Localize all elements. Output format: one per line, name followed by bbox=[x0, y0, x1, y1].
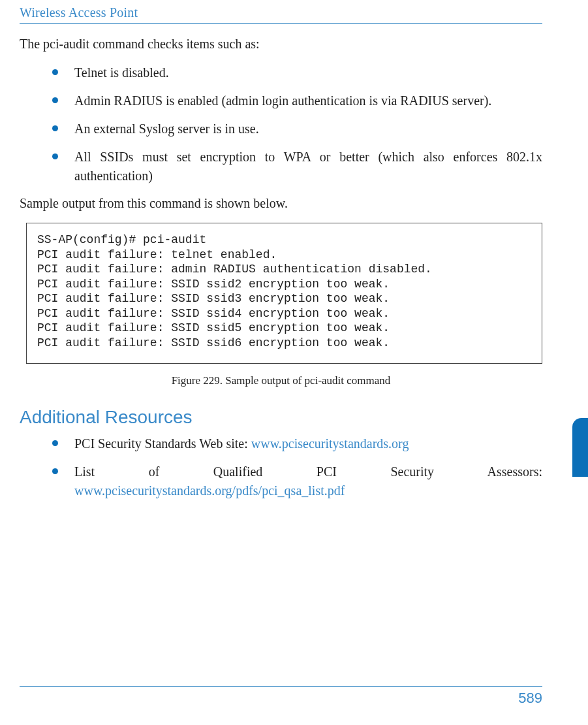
resource-link[interactable]: www.pcisecuritystandards.org/pdfs/pci_qs… bbox=[74, 483, 345, 498]
checks-item: An external Syslog server is in use. bbox=[52, 120, 542, 138]
page-footer: 589 bbox=[20, 686, 542, 707]
resource-link[interactable]: www.pcisecuritystandards.org bbox=[251, 436, 409, 451]
code-line: PCI audit failure: SSID ssid6 encryption… bbox=[37, 336, 390, 349]
header-rule bbox=[20, 23, 542, 24]
code-line: PCI audit failure: SSID ssid3 encryption… bbox=[37, 292, 390, 305]
checks-item: Telnet is disabled. bbox=[52, 63, 542, 82]
resource-prefix: PCI Security Standards Web site: bbox=[74, 436, 251, 451]
code-line: PCI audit failure: SSID ssid4 encryption… bbox=[37, 307, 390, 320]
code-line: PCI audit failure: telnet enabled. bbox=[37, 248, 277, 261]
intro-paragraph: The pci-audit command checks items such … bbox=[20, 35, 542, 53]
code-line: PCI audit failure: admin RADIUS authenti… bbox=[37, 263, 432, 276]
sample-intro: Sample output from this command is shown… bbox=[20, 195, 542, 212]
code-line: PCI audit failure: SSID ssid5 encryption… bbox=[37, 321, 390, 334]
resource-item: PCI Security Standards Web site: www.pci… bbox=[52, 434, 542, 453]
additional-resources-heading: Additional Resources bbox=[20, 407, 542, 428]
checks-item: All SSIDs must set encryption to WPA or … bbox=[52, 148, 542, 185]
resource-prefix: List of Qualified PCI Security Assessors… bbox=[74, 464, 542, 479]
code-line: PCI audit failure: SSID ssid2 encryption… bbox=[37, 278, 390, 291]
document-page: Wireless Access Point The pci-audit comm… bbox=[0, 0, 588, 725]
resource-item: List of Qualified PCI Security Assessors… bbox=[52, 462, 542, 500]
checks-list: Telnet is disabled. Admin RADIUS is enab… bbox=[52, 63, 542, 185]
footer-rule bbox=[20, 686, 542, 687]
running-header: Wireless Access Point bbox=[20, 5, 542, 20]
figure-caption: Figure 229. Sample output of pci-audit c… bbox=[20, 374, 542, 387]
code-line: SS-AP(config)# pci-audit bbox=[37, 233, 206, 246]
checks-item: Admin RADIUS is enabled (admin login aut… bbox=[52, 91, 542, 110]
code-output-box: SS-AP(config)# pci-audit PCI audit failu… bbox=[26, 223, 542, 364]
page-number: 589 bbox=[20, 690, 542, 707]
thumb-tab bbox=[572, 418, 588, 477]
resources-list: PCI Security Standards Web site: www.pci… bbox=[52, 434, 542, 500]
